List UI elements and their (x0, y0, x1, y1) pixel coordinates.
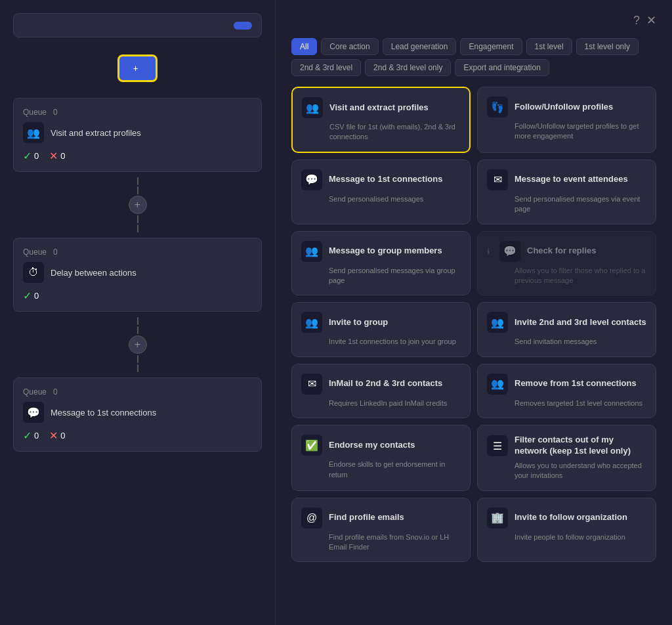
connector-dot-7 (137, 355, 138, 363)
filter-tab-3[interactable]: Engagement (460, 38, 522, 55)
action-title-check-replies: Check for replies (527, 246, 597, 257)
action-option-invite-group[interactable]: 👥Invite to groupInvite 1st connections t… (291, 302, 471, 356)
action-option-header-message-1st: 💬Message to 1st connections (301, 169, 461, 190)
connector-dot-6 (137, 326, 138, 334)
card-action-row-2: ⏱ Delay between actions (23, 262, 252, 283)
action-desc-remove-1st: Removes targeted 1st level connections (514, 399, 646, 408)
connector-dot-8 (137, 364, 138, 372)
filter-tab-5[interactable]: 1st level only (576, 38, 639, 55)
stat-ok-3: ✓ 0 (23, 429, 39, 442)
stat-fail-1: ✕ 0 (49, 150, 65, 162)
add-between-2-3[interactable]: + (129, 335, 147, 354)
action-desc-invite-group: Invite 1st connections to join your grou… (329, 337, 461, 347)
action-desc-follow-unfollow: Follow/Unfollow targeted profiles to get… (514, 121, 646, 142)
card-queue-3: Queue 0 (23, 387, 252, 397)
close-button[interactable]: ✕ (646, 13, 656, 28)
action-desc-endorse: Endorse skills to get endorsement in ret… (329, 460, 461, 480)
card-stats-3: ✓ 0 ✕ 0 (23, 429, 252, 442)
action-option-header-inmail: ✉InMail to 2nd & 3rd contacts (301, 374, 461, 395)
filter-tab-0[interactable]: All (291, 38, 317, 55)
help-button[interactable]: ? (633, 14, 640, 28)
delay-icon: ⏱ (23, 262, 44, 283)
card-action-row-3: 💬 Message to 1st connections (23, 402, 252, 423)
card-action-name-3: Message to 1st connections (51, 408, 156, 418)
action-option-invite-2nd-3rd[interactable]: 👥Invite 2nd and 3rd level contactsSend i… (477, 302, 656, 356)
connector-2: + (13, 317, 262, 372)
filter-tab-8[interactable]: Export and integration (455, 59, 549, 76)
card-queue-2: Queue 0 (23, 248, 252, 257)
left-panel: + Queue 0 👥 Visit and extract profiles ✓… (0, 0, 276, 625)
action-desc-invite-org: Invite people to follow organization (514, 532, 646, 542)
action-option-header-invite-2nd-3rd: 👥Invite 2nd and 3rd level contacts (487, 312, 646, 333)
action-option-header-filter-contacts: ☰Filter contacts out of my network (keep… (487, 435, 646, 457)
filter-tab-2[interactable]: Lead generation (383, 38, 457, 55)
action-option-header-endorse: ✅Endorse my contacts (301, 435, 461, 456)
add-between-1-2[interactable]: + (129, 196, 147, 214)
queue-header (13, 13, 262, 37)
action-title-invite-org: Invite to follow organization (514, 512, 627, 523)
header-icons: ? ✕ (633, 13, 656, 28)
action-icon-filter-contacts: ☰ (487, 435, 508, 456)
action-icon-endorse: ✅ (301, 435, 322, 456)
check-icon-3: ✓ (23, 429, 32, 442)
plus-icon: + (133, 63, 138, 74)
action-option-filter-contacts[interactable]: ☰Filter contacts out of my network (keep… (477, 425, 656, 491)
action-option-header-message-event: ✉Message to event attendees (487, 169, 646, 190)
action-title-inmail: InMail to 2nd & 3rd contacts (329, 378, 442, 389)
action-icon-visit-extract: 👥 (302, 97, 323, 118)
message-icon: 💬 (23, 402, 44, 423)
connector-dot-4 (137, 225, 138, 232)
action-title-endorse: Endorse my contacts (329, 440, 415, 451)
action-title-invite-2nd-3rd: Invite 2nd and 3rd level contacts (514, 317, 646, 328)
action-option-endorse[interactable]: ✅Endorse my contactsEndorse skills to ge… (291, 425, 471, 491)
action-option-message-event[interactable]: ✉Message to event attendeesSend personal… (477, 160, 656, 225)
card-queue-1: Queue 0 (23, 108, 252, 117)
action-desc-message-1st: Send personalised messages (329, 194, 461, 204)
x-icon-1: ✕ (49, 150, 58, 162)
action-icon-message-group: 👥 (301, 241, 322, 262)
action-option-follow-unfollow[interactable]: 👣Follow/Unfollow profilesFollow/Unfollow… (477, 87, 656, 153)
filter-tab-4[interactable]: 1st level (526, 38, 572, 55)
action-desc-inmail: Requires LinkedIn paid InMail credits (329, 399, 461, 408)
action-option-header-check-replies: ℹ💬Check for replies (487, 241, 646, 262)
action-title-message-event: Message to event attendees (514, 174, 628, 185)
action-card-3: Queue 0 💬 Message to 1st connections ✓ 0… (13, 377, 262, 452)
action-icon-remove-1st: 👥 (487, 374, 508, 395)
action-card-2: Queue 0 ⏱ Delay between actions ✓ 0 (13, 238, 262, 312)
action-option-inmail[interactable]: ✉InMail to 2nd & 3rd contactsRequires Li… (291, 364, 471, 418)
panel-header: ? ✕ (291, 13, 656, 28)
connector-dot-2 (137, 186, 138, 194)
action-title-filter-contacts: Filter contacts out of my network (keep … (514, 435, 646, 457)
action-title-message-group: Message to group members (329, 246, 442, 257)
action-title-find-emails: Find profile emails (329, 512, 404, 523)
connector-dot-5 (137, 317, 138, 325)
action-title-follow-unfollow: Follow/Unfollow profiles (514, 102, 613, 113)
action-option-remove-1st[interactable]: 👥Remove from 1st connectionsRemoves targ… (477, 364, 656, 418)
queue-label (23, 20, 26, 30)
action-card-1: Queue 0 👥 Visit and extract profiles ✓ 0… (13, 98, 262, 172)
action-option-header-find-emails: @Find profile emails (301, 507, 461, 528)
card-action-name-2: Delay between actions (51, 268, 136, 278)
filter-tab-7[interactable]: 2nd & 3rd level only (365, 59, 451, 76)
action-option-header-visit-extract: 👥Visit and extract profiles (302, 97, 460, 118)
card-stats-1: ✓ 0 ✕ 0 (23, 150, 252, 162)
action-icon-message-event: ✉ (487, 169, 508, 190)
card-stats-2: ✓ 0 (23, 290, 252, 302)
filter-tab-6[interactable]: 2nd & 3rd level (291, 59, 361, 76)
action-icon-message-1st: 💬 (301, 169, 322, 190)
action-title-invite-group: Invite to group (329, 317, 388, 328)
action-desc-find-emails: Find profile emails from Snov.io or LH E… (329, 532, 461, 553)
action-option-visit-extract[interactable]: 👥Visit and extract profilesCSV file for … (291, 87, 471, 153)
action-option-invite-org[interactable]: 🏢Invite to follow organizationInvite peo… (477, 498, 656, 563)
action-icon-follow-unfollow: 👣 (487, 97, 508, 118)
action-icon-invite-2nd-3rd: 👥 (487, 312, 508, 333)
add-button[interactable] (234, 22, 252, 30)
filter-tabs: AllCore actionLead generationEngagement1… (291, 38, 656, 76)
action-option-message-1st[interactable]: 💬Message to 1st connectionsSend personal… (291, 160, 471, 225)
stat-ok-2: ✓ 0 (23, 290, 39, 302)
filter-tab-1[interactable]: Core action (321, 38, 378, 55)
card-action-name-1: Visit and extract profiles (51, 128, 141, 138)
action-option-find-emails[interactable]: @Find profile emailsFind profile emails … (291, 498, 471, 563)
add-action-button[interactable]: + (117, 54, 157, 82)
action-option-message-group[interactable]: 👥Message to group membersSend personalis… (291, 231, 471, 296)
